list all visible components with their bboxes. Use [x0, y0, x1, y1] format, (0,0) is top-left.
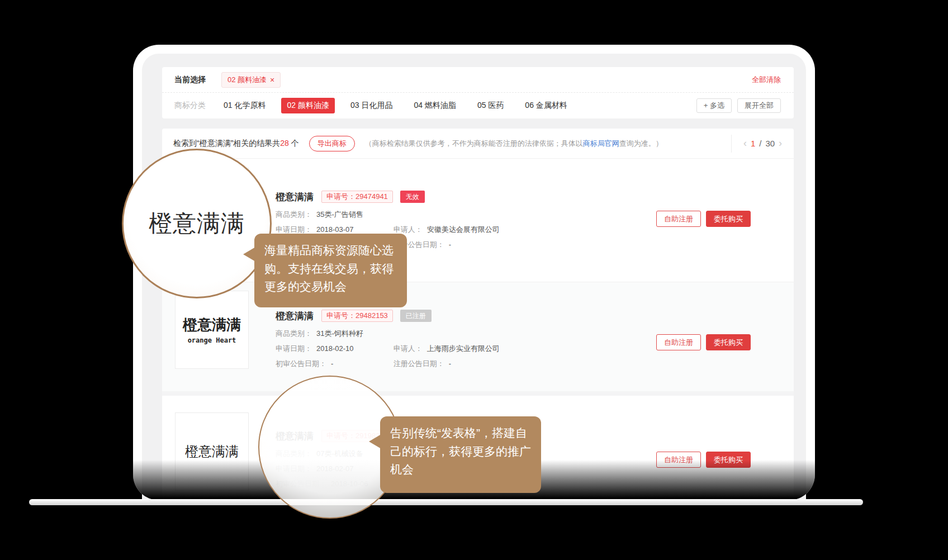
- publication-line: 初审公告日期：- 注册公告日期：-: [276, 359, 500, 368]
- field-value: 上海雨步实业有限公司: [427, 344, 500, 353]
- page-separator: /: [759, 139, 761, 148]
- disclaimer-pre: （商标检索结果仅供参考，不作为商标能否注册的法律依据；具体以: [365, 139, 583, 148]
- apply-line: 申请日期：2018-02-10 申请人：上海雨步实业有限公司: [276, 344, 500, 353]
- row-actions-3: 自助注册 委托购买: [656, 452, 751, 468]
- results-count: 28: [280, 139, 289, 148]
- category-item-05[interactable]: 05 医药: [472, 98, 509, 113]
- category-item-04[interactable]: 04 燃料油脂: [408, 98, 461, 113]
- magnified-trademark-text: 橙意满满: [149, 208, 245, 239]
- category-item-06[interactable]: 06 金属材料: [519, 98, 572, 113]
- row-separator: [162, 391, 794, 396]
- field-label: 申请日期：: [276, 225, 312, 234]
- category-line: 商品类别：35类-广告销售: [276, 210, 500, 219]
- category-row: 商标分类 01 化学原料 02 颜料油漆 03 日化用品 04 燃料油脂 05 …: [162, 93, 794, 118]
- entrust-buy-button[interactable]: 委托购买: [706, 452, 751, 468]
- self-register-button[interactable]: 自助注册: [656, 452, 701, 468]
- field-label: 申请人：: [394, 344, 423, 353]
- trademark-image-2[interactable]: 橙意满满 orange Heart: [175, 291, 249, 369]
- status-badge: 已注册: [400, 310, 432, 322]
- current-selection-row: 当前选择 02 颜料油漆 × 全部清除: [162, 67, 794, 93]
- trademark-thumb-subtext: orange Heart: [188, 336, 236, 344]
- field-label: 注册公告日期：: [394, 359, 444, 368]
- callout-bubble-2: 告别传统“发表格”，搭建自己的标行，获得更多的推广机会: [380, 416, 541, 493]
- expand-all-button[interactable]: 展开全部: [737, 98, 781, 113]
- laptop-base: [29, 499, 863, 505]
- summary-suffix: 个: [289, 139, 299, 148]
- canvas: 当前选择 02 颜料油漆 × 全部清除 商标分类 01 化学原料 02 颜料油漆…: [0, 0, 948, 560]
- field-value: -: [449, 359, 451, 368]
- results-summary: 检索到“橙意满满”相关的结果共28 个: [173, 139, 299, 149]
- field-value: 安徽美达会展有限公司: [427, 225, 500, 234]
- self-register-button[interactable]: 自助注册: [656, 334, 701, 350]
- pagination: ‹ 1 / 30 ›: [731, 135, 794, 153]
- trademark-name[interactable]: 橙意满满: [276, 310, 314, 322]
- remove-tag-icon[interactable]: ×: [270, 75, 274, 84]
- field-value: 2018-02-10: [316, 344, 354, 353]
- disclaimer-post: 查询为准。）: [619, 139, 663, 148]
- total-pages: 30: [765, 139, 775, 148]
- field-value: 2018-03-07: [316, 225, 354, 234]
- self-register-button[interactable]: 自助注册: [656, 211, 701, 227]
- row-actions-2: 自助注册 委托购买: [656, 334, 751, 350]
- category-label: 商标分类: [174, 101, 206, 111]
- disclaimer-text: （商标检索结果仅供参考，不作为商标能否注册的法律依据；具体以商标局官网查询为准。…: [365, 139, 663, 149]
- multi-select-button[interactable]: + 多选: [696, 98, 732, 113]
- current-selection-label: 当前选择: [174, 75, 206, 85]
- field-label: 申请人：: [394, 225, 423, 234]
- category-item-01[interactable]: 01 化学原料: [218, 98, 271, 113]
- title-line: 橙意满满 申请号：29482153 已注册: [276, 309, 500, 322]
- trademark-thumb-text: 橙意满满: [183, 315, 241, 335]
- field-label: 申请日期：: [276, 344, 312, 353]
- field-label: 商品类别：: [276, 329, 312, 338]
- field-value: 31类-饲料种籽: [316, 329, 363, 338]
- results-header: 检索到“橙意满满”相关的结果共28 个 导出商标 （商标检索结果仅供参考，不作为…: [162, 129, 794, 159]
- trademark-office-link[interactable]: 商标局官网: [583, 139, 619, 148]
- field-label: 初审公告日期：: [276, 359, 326, 368]
- category-item-03[interactable]: 03 日化用品: [345, 98, 398, 113]
- trademark-thumb-text: 橙意满满: [185, 443, 239, 461]
- selected-filter-tag[interactable]: 02 颜料油漆 ×: [221, 72, 281, 88]
- category-line: 商品类别：31类-饲料种籽: [276, 329, 500, 338]
- row-actions-1: 自助注册 委托购买: [656, 211, 751, 227]
- field-value: 35类-广告销售: [316, 210, 363, 219]
- entrust-buy-button[interactable]: 委托购买: [706, 211, 751, 227]
- callout-bubble-1: 海量精品商标资源随心选购。支持在线交易，获得更多的交易机会: [254, 234, 407, 307]
- export-trademarks-button[interactable]: 导出商标: [309, 136, 355, 151]
- application-number-tag: 申请号：29474941: [321, 191, 393, 203]
- title-line: 橙意满满 申请号：29474941 无效: [276, 190, 500, 203]
- trademark-name[interactable]: 橙意满满: [276, 191, 314, 203]
- apply-line: 申请日期：2018-03-07 申请人：安徽美达会展有限公司: [276, 225, 500, 234]
- field-value: -: [331, 359, 333, 368]
- entrust-buy-button[interactable]: 委托购买: [706, 334, 751, 350]
- prev-page-icon[interactable]: ‹: [743, 137, 747, 149]
- summary-prefix: 检索到“橙意满满”相关的结果共: [173, 139, 280, 148]
- category-item-02-selected[interactable]: 02 颜料油漆: [281, 98, 334, 113]
- field-value: -: [449, 240, 451, 249]
- filter-panel: 当前选择 02 颜料油漆 × 全部清除 商标分类 01 化学原料 02 颜料油漆…: [162, 67, 794, 118]
- current-page: 1: [751, 139, 755, 148]
- application-number-tag: 申请号：29482153: [321, 310, 393, 322]
- field-label: 商品类别：: [276, 210, 312, 219]
- magnifier-circle-1: 橙意满满: [122, 149, 272, 298]
- trademark-details-2: 橙意满满 申请号：29482153 已注册 商品类别：31类-饲料种籽 申请日期…: [276, 309, 500, 374]
- next-page-icon[interactable]: ›: [779, 137, 782, 149]
- trademark-image-3[interactable]: 橙意满满: [175, 412, 249, 491]
- status-badge: 无效: [400, 191, 425, 203]
- clear-all-button[interactable]: 全部清除: [752, 75, 781, 85]
- selected-filter-tag-text: 02 颜料油漆: [227, 75, 267, 85]
